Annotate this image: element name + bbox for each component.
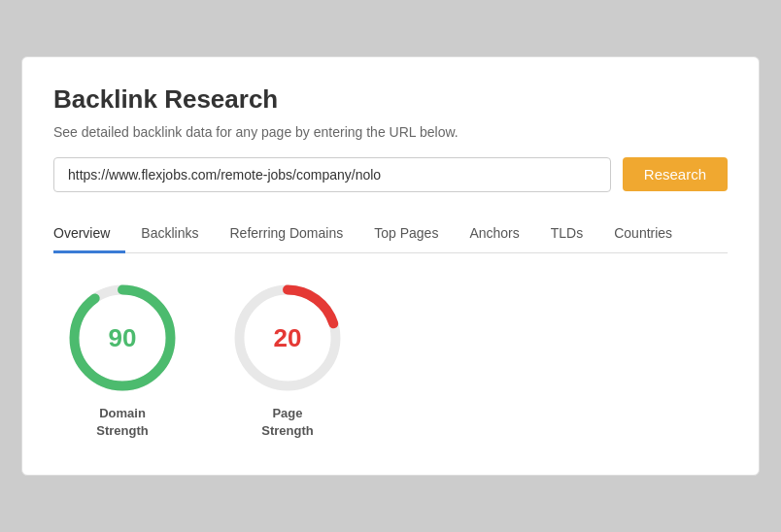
tab-countries[interactable]: Countries	[598, 216, 688, 253]
domain-strength-metric: 90 Domain Strength	[69, 284, 176, 440]
tab-top-pages[interactable]: Top Pages	[358, 216, 454, 253]
tab-anchors[interactable]: Anchors	[454, 216, 534, 253]
page-title: Backlink Research	[53, 84, 728, 115]
page-strength-value: 20	[274, 322, 302, 352]
page-strength-label: Page Strength	[261, 405, 313, 440]
subtitle: See detailed backlink data for any page …	[53, 124, 728, 140]
tab-overview[interactable]: Overview	[53, 216, 125, 253]
metrics-row: 90 Domain Strength 20 Page Strength	[53, 284, 728, 440]
tab-tlds[interactable]: TLDs	[535, 216, 598, 253]
domain-strength-circle: 90	[69, 284, 176, 391]
domain-strength-value: 90	[109, 322, 137, 352]
main-card: Backlink Research See detailed backlink …	[21, 56, 760, 476]
tabs-nav: Overview Backlinks Referring Domains Top…	[53, 216, 728, 253]
url-input[interactable]	[53, 157, 611, 192]
research-button[interactable]: Research	[623, 157, 728, 191]
domain-strength-label: Domain Strength	[96, 405, 148, 440]
tab-referring-domains[interactable]: Referring Domains	[215, 216, 359, 253]
url-row: Research	[53, 157, 728, 192]
page-strength-circle: 20	[234, 284, 341, 391]
tab-backlinks[interactable]: Backlinks	[125, 216, 214, 253]
page-strength-metric: 20 Page Strength	[234, 284, 341, 440]
